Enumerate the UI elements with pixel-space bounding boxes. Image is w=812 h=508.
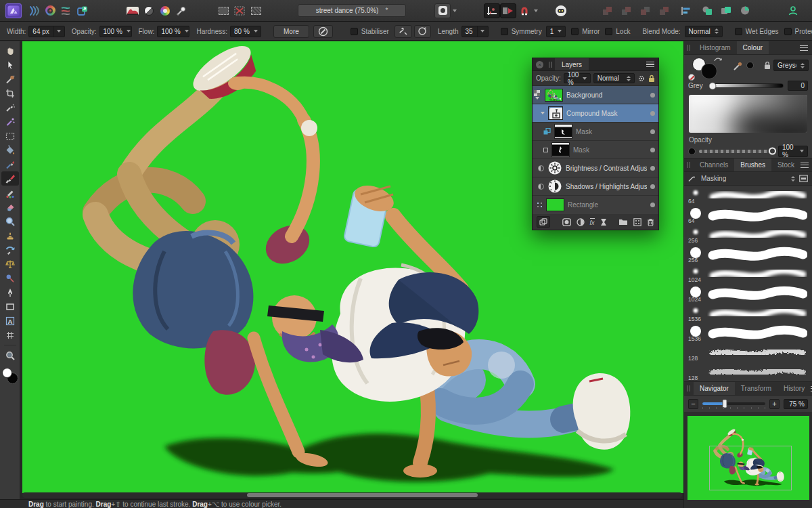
gear-icon[interactable]	[637, 75, 646, 83]
grey-value[interactable]: 0	[788, 81, 808, 91]
secondary-colour-well[interactable]	[701, 63, 717, 79]
rectangle-tool[interactable]	[1, 299, 19, 314]
crop-tool[interactable]	[1, 86, 19, 100]
brush-item[interactable]: 64	[684, 205, 812, 225]
flow-input[interactable]: 100 %	[157, 26, 189, 37]
opacity-input[interactable]: 100 %	[99, 26, 132, 37]
auto-colours-button[interactable]	[157, 3, 173, 18]
mixer-brush-tool[interactable]	[1, 157, 19, 171]
panel-grip-icon[interactable]	[687, 162, 690, 168]
navigator-viewport-rect[interactable]	[709, 446, 792, 490]
more-button[interactable]: More	[273, 25, 309, 38]
brush-item[interactable]: 1024	[684, 284, 812, 303]
delete-layer-trash-icon[interactable]	[647, 218, 654, 226]
hardness-input[interactable]: 80 %	[230, 26, 261, 37]
tab-colour[interactable]: Colour	[737, 41, 769, 54]
guides-presets-button[interactable]	[500, 3, 516, 18]
stabiliser-checkbox[interactable]	[351, 28, 358, 35]
layer-visibility-dot[interactable]	[650, 203, 655, 207]
zoom-tool[interactable]	[1, 348, 19, 362]
lock-checkbox[interactable]	[605, 28, 612, 35]
affinity-photo-logo-button[interactable]	[5, 3, 22, 18]
layer-row-compound-mask[interactable]: Compound Mask	[533, 104, 658, 123]
account-button[interactable]	[785, 3, 801, 18]
layers-blend-mode-select[interactable]: Normal	[593, 73, 635, 83]
live-filter-fx-icon[interactable]: fx	[590, 218, 595, 226]
auto-white-balance-button[interactable]	[173, 3, 189, 18]
move-backward-button[interactable]	[637, 3, 653, 18]
zoom-slider[interactable]	[702, 402, 765, 405]
dodge-brush-tool[interactable]	[1, 214, 19, 228]
expand-chevron-icon[interactable]	[535, 97, 539, 100]
layers-opacity-input[interactable]: 100 %	[564, 73, 591, 83]
grey-slider[interactable]	[708, 83, 784, 88]
layer-thumbnail-toggle-icon[interactable]	[534, 90, 540, 96]
document-title[interactable]: street dance (75.0%) *	[298, 4, 406, 17]
clone-stamp-tool[interactable]	[1, 228, 19, 242]
geometry-divide-button[interactable]	[737, 3, 753, 18]
zoom-value[interactable]: 75 %	[784, 399, 808, 409]
tab-brushes[interactable]: Brushes	[734, 158, 771, 171]
pen-tool[interactable]	[1, 285, 19, 299]
geometry-add-button[interactable]	[699, 3, 715, 18]
blend-mode-select[interactable]: Normal	[685, 26, 723, 37]
lock-icon[interactable]	[648, 75, 655, 83]
colour-swatches[interactable]	[2, 368, 18, 384]
mask-layer-icon[interactable]	[562, 218, 571, 226]
layer-row-brightness-contrast[interactable]: Brightness / Contrast Adjustm	[533, 159, 658, 177]
brushes-panel-menu-icon[interactable]	[800, 163, 809, 168]
tab-transform[interactable]: Transform	[735, 382, 777, 395]
select-all-button[interactable]	[215, 3, 231, 18]
assistant-button[interactable]	[553, 3, 569, 18]
width-input[interactable]: 64 px	[28, 26, 64, 37]
picked-colour-swatch[interactable]	[746, 62, 754, 69]
tab-stock[interactable]: Stock	[771, 158, 800, 171]
export-persona-button[interactable]	[74, 3, 91, 18]
geometry-subtract-button[interactable]	[718, 3, 734, 18]
brush-item[interactable]: 1536	[684, 303, 812, 323]
colour-picker-dropper-icon[interactable]	[733, 60, 744, 71]
brush-list-view-icon[interactable]	[799, 175, 808, 182]
tab-channels[interactable]: Channels	[694, 158, 734, 171]
close-icon[interactable]: ×	[536, 61, 543, 68]
tab-history[interactable]: History	[777, 382, 811, 395]
eraser-tool[interactable]	[1, 200, 19, 214]
colour-replacement-brush-tool[interactable]	[1, 186, 19, 200]
blemish-removal-tool[interactable]	[1, 257, 19, 271]
zoom-in-button[interactable]: +	[769, 399, 780, 409]
develop-persona-button[interactable]	[42, 3, 58, 18]
expand-chevron-icon[interactable]	[541, 112, 545, 114]
opacity-slider[interactable]	[699, 150, 775, 153]
quick-mask-chevron-icon[interactable]	[453, 9, 457, 12]
brush-item[interactable]: 1024	[684, 264, 812, 284]
length-input[interactable]: 35	[461, 26, 489, 37]
brush-settings-button[interactable]	[313, 25, 333, 38]
mesh-warp-tool[interactable]	[1, 328, 19, 342]
layer-visibility-dot[interactable]	[650, 166, 655, 171]
tab-histogram[interactable]: Histogram	[694, 41, 737, 54]
opacity-zero-swatch[interactable]	[688, 148, 696, 155]
colour-opacity-value[interactable]: 100 %	[778, 146, 808, 157]
quick-mask-button[interactable]	[434, 3, 451, 18]
move-to-back-button[interactable]	[656, 3, 672, 18]
deselect-button[interactable]	[231, 3, 248, 18]
symmetry-checkbox[interactable]	[501, 28, 508, 35]
grey-slider-knob[interactable]	[709, 82, 717, 89]
tone-mapping-persona-button[interactable]	[58, 3, 74, 18]
layer-row-background[interactable]: Background	[533, 86, 658, 104]
layer-visibility-dot[interactable]	[650, 93, 655, 98]
undo-brush-tool[interactable]	[1, 242, 19, 257]
layers-tab[interactable]: Layers	[555, 58, 589, 70]
zoom-out-button[interactable]: −	[688, 399, 698, 409]
group-layers-folder-icon[interactable]	[618, 218, 628, 226]
snapping-button[interactable]	[516, 3, 533, 18]
selection-brush-tool[interactable]	[1, 100, 19, 114]
paint-brush-tool[interactable]	[1, 171, 19, 186]
colour-mode-select[interactable]: Greyscale	[773, 60, 809, 71]
layer-visibility-dot[interactable]	[650, 148, 655, 152]
duplicate-layer-button[interactable]	[537, 216, 550, 228]
snapping-chevron-icon[interactable]	[534, 9, 538, 12]
mirror-checkbox[interactable]	[571, 28, 579, 35]
auto-contrast-button[interactable]	[141, 3, 157, 18]
panel-grip-icon[interactable]	[687, 45, 690, 51]
